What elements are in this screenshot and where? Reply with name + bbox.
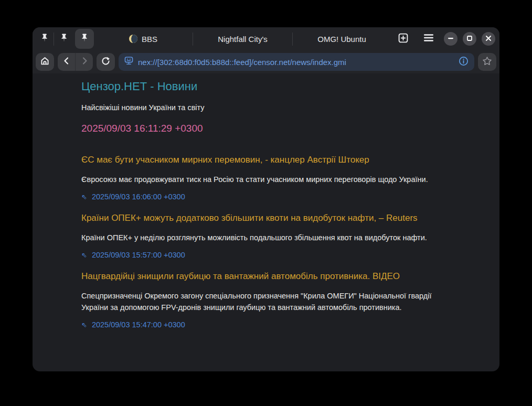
plus-square-icon (398, 33, 408, 45)
article-timestamp: 2025/09/03 15:57:00 +0300 (92, 250, 185, 260)
reload-button[interactable] (97, 53, 115, 71)
new-tab-button[interactable] (394, 30, 412, 48)
history-nav-group (58, 53, 93, 71)
browser-window: BBS Nightfall City's OMG! Ubuntu (33, 27, 499, 371)
maximize-button[interactable] (463, 32, 476, 46)
page-info-icon[interactable] (459, 56, 469, 68)
northwest-arrow-icon: ⇖ (81, 322, 87, 328)
tab-label: OMG! Ubuntu (317, 35, 366, 44)
article-summary: Спецпризначенці Окремого загону спеціаль… (81, 290, 434, 313)
tab-bar: BBS Nightfall City's OMG! Ubuntu (33, 27, 499, 50)
page-content: Цензор.НЕТ - Новини Найсвіжіші новини Ук… (33, 73, 499, 329)
article-timestamp-link[interactable]: ⇖ 2025/09/03 15:57:00 +0300 (81, 250, 450, 260)
article: ЄС має бути учасником мирних перемовин, … (81, 154, 450, 201)
chevron-left-icon (62, 56, 71, 68)
article-summary: Країни ОПЕК+ у неділю розглянуть можливі… (81, 232, 434, 243)
tab-nightfall-citys[interactable]: Nightfall City's (193, 27, 292, 50)
article-timestamp-link[interactable]: ⇖ 2025/09/03 16:06:00 +0300 (81, 192, 450, 201)
article-title: Нацгвардійці знищили гаубицю та вантажни… (81, 271, 450, 282)
article-timestamp: 2025/09/03 15:47:00 +0300 (92, 320, 185, 329)
page-subtitle: Найсвіжіші новини України та світу (81, 103, 450, 112)
article: Країни ОПЕК+ можуть додатково збільшити … (81, 212, 450, 260)
moon-icon (129, 35, 137, 43)
chevron-right-icon (80, 56, 89, 68)
article-summary: Євросоюз має продовжувати тиск на Росію … (81, 174, 434, 185)
tab-label: BBS (142, 35, 157, 44)
star-icon (482, 56, 492, 68)
article-timestamp: 2025/09/03 16:06:00 +0300 (92, 192, 185, 201)
article-title: Країни ОПЕК+ можуть додатково збільшити … (81, 212, 450, 223)
northwest-arrow-icon: ⇖ (81, 194, 87, 200)
maximize-icon (466, 34, 473, 44)
pinned-tab-1[interactable] (36, 29, 54, 49)
pin-icon (60, 34, 68, 45)
reload-icon (101, 56, 111, 68)
home-icon (40, 56, 50, 68)
pin-icon (41, 34, 48, 45)
close-icon (485, 34, 492, 44)
page-title: Цензор.НЕТ - Новини (81, 80, 450, 93)
home-button[interactable] (36, 53, 54, 71)
pin-icon (81, 34, 88, 45)
terminal-monitor-icon (124, 57, 133, 67)
url-text[interactable]: nex://[302:68d0:f0d5:b88d::feed]/censor.… (138, 58, 454, 67)
back-button[interactable] (58, 53, 75, 71)
tab-label: Nightfall City's (218, 35, 268, 44)
northwest-arrow-icon: ⇖ (81, 252, 87, 259)
menu-button[interactable] (420, 30, 438, 48)
minimize-icon (448, 34, 454, 44)
feed-updated-heading: 2025/09/03 16:11:29 +0300 (81, 122, 450, 134)
tab-bbs[interactable]: BBS (94, 27, 193, 50)
pinned-tab-3-active[interactable] (75, 29, 94, 49)
tabbar-divider (54, 33, 54, 46)
navigation-toolbar: nex://[302:68d0:f0d5:b88d::feed]/censor.… (33, 50, 499, 73)
forward-button[interactable] (76, 53, 93, 71)
pinned-tab-2[interactable] (55, 29, 73, 49)
bookmark-button[interactable] (478, 53, 496, 71)
close-button[interactable] (482, 32, 495, 46)
minimize-button[interactable] (444, 32, 457, 46)
hamburger-icon (423, 34, 434, 44)
url-bar[interactable]: nex://[302:68d0:f0d5:b88d::feed]/censor.… (119, 53, 474, 71)
article: Нацгвардійці знищили гаубицю та вантажни… (81, 271, 450, 329)
article-title: ЄС має бути учасником мирних перемовин, … (81, 154, 450, 165)
article-timestamp-link[interactable]: ⇖ 2025/09/03 15:47:00 +0300 (81, 320, 450, 329)
tab-omg-ubuntu[interactable]: OMG! Ubuntu (293, 27, 391, 50)
